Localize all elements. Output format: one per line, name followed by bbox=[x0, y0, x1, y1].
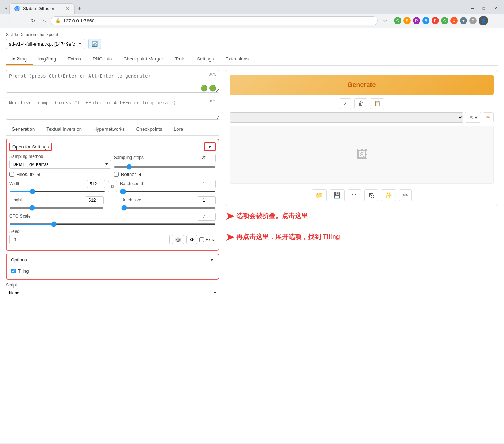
close-button[interactable]: ✕ bbox=[490, 4, 501, 12]
paste-button[interactable]: 📋 bbox=[370, 98, 384, 109]
new-tab-button[interactable]: + bbox=[75, 4, 84, 13]
tab-extensions[interactable]: Extensions bbox=[220, 53, 254, 65]
batch-size-slider[interactable] bbox=[121, 207, 216, 209]
checkpoint-refresh-button[interactable]: 🔄 bbox=[88, 39, 101, 49]
ext-icon-2[interactable]: S bbox=[403, 17, 411, 24]
sampling-row: Sampling method DPM++ 2M Karras Sampling… bbox=[9, 154, 216, 169]
tab-png-info[interactable]: PNG Info bbox=[87, 53, 118, 65]
extra-checkbox-label: Extra bbox=[199, 237, 216, 242]
height-group: Height bbox=[9, 196, 104, 210]
options-header[interactable]: Options ▼ bbox=[7, 254, 219, 265]
tiling-row: Tiling bbox=[11, 268, 214, 274]
batch-count-slider[interactable] bbox=[120, 191, 216, 192]
save-image-button[interactable]: 💾 bbox=[330, 189, 345, 201]
ext-icon-4[interactable]: B bbox=[422, 17, 429, 24]
ext-icon-1[interactable]: G bbox=[394, 17, 401, 24]
ext-icon-5[interactable]: R bbox=[432, 17, 439, 24]
hires-refiner-row: Hires. fix ◀ Refiner ◀ bbox=[9, 172, 216, 177]
prompt-gen-button[interactable]: 🟢 bbox=[209, 85, 216, 92]
refiner-checkbox[interactable] bbox=[114, 172, 119, 177]
hires-fix-expand-button[interactable]: ◀ bbox=[37, 172, 40, 176]
negative-prompt-textarea[interactable] bbox=[6, 97, 219, 120]
checkpoint-select[interactable]: sd-v1-4-full-ema.ckpt [14749efc0a] bbox=[6, 39, 85, 49]
style-x-button[interactable]: ✕ ▾ bbox=[465, 112, 481, 123]
extra-checkbox[interactable] bbox=[199, 237, 204, 242]
bookmark-button[interactable]: ☆ bbox=[381, 16, 390, 25]
cfg-scale-label: CFG Scale bbox=[9, 214, 31, 219]
home-button[interactable]: ⌂ bbox=[41, 16, 48, 25]
refiner-expand-button[interactable]: ◀ bbox=[138, 172, 141, 176]
swap-dimensions-button[interactable]: ⇅ bbox=[108, 181, 117, 192]
generate-button[interactable]: Generate bbox=[230, 75, 494, 95]
zip-button[interactable]: 🗃 bbox=[348, 189, 361, 201]
sampling-method-label: Sampling method bbox=[9, 154, 111, 159]
tab-extras[interactable]: Extras bbox=[62, 53, 87, 65]
tab-settings[interactable]: Settings bbox=[191, 53, 220, 65]
maximize-button[interactable]: □ bbox=[479, 4, 489, 12]
tab-img2img[interactable]: img2img bbox=[33, 53, 62, 65]
script-select[interactable]: None bbox=[6, 289, 219, 297]
gen-tab-textual-inversion[interactable]: Textual Inversion bbox=[41, 123, 88, 135]
minimize-button[interactable]: ─ bbox=[467, 4, 478, 12]
back-button[interactable]: ← bbox=[4, 16, 14, 25]
profile-icon[interactable]: 👤 bbox=[479, 16, 488, 25]
annotation-2-text: 再点击这里，展开选项，找到 Tiling bbox=[236, 233, 340, 241]
batch-size-input[interactable] bbox=[198, 196, 216, 204]
width-input[interactable] bbox=[87, 180, 105, 188]
more-options-button[interactable]: ⋮ bbox=[490, 16, 500, 25]
gen-tab-hypernetworks[interactable]: Hypernetworks bbox=[88, 123, 131, 135]
seed-recycle-button[interactable]: ♻ bbox=[186, 235, 197, 244]
style-select[interactable] bbox=[230, 112, 463, 123]
image-placeholder-icon: 🖼 bbox=[356, 148, 368, 162]
browser-tab[interactable]: 🌀 Stable Diffusion ✕ bbox=[9, 3, 75, 14]
prompt-icon-row: 🟢 🟢 bbox=[200, 85, 216, 92]
url-input[interactable] bbox=[63, 18, 373, 24]
seed-input[interactable] bbox=[9, 235, 170, 244]
sampling-steps-input[interactable] bbox=[198, 154, 216, 162]
ext-icon-7[interactable]: X bbox=[450, 17, 458, 24]
width-label: Width bbox=[9, 181, 21, 186]
forward-button[interactable]: → bbox=[17, 16, 26, 25]
height-input[interactable] bbox=[86, 196, 104, 204]
hires-fix-checkbox[interactable] bbox=[9, 172, 14, 177]
cfg-scale-input[interactable] bbox=[198, 213, 216, 221]
batch-count-input[interactable] bbox=[198, 180, 216, 188]
send-img2img-button[interactable]: 🖼 bbox=[364, 189, 378, 201]
tab-list-button[interactable]: ▾ bbox=[3, 4, 9, 12]
height-slider[interactable] bbox=[9, 207, 104, 209]
cfg-scale-slider[interactable] bbox=[9, 223, 216, 225]
extras-button[interactable]: ✨ bbox=[381, 189, 396, 201]
negative-prompt-count: 0/75 bbox=[209, 99, 216, 103]
seed-section: Seed 🎲 ♻ Extra bbox=[9, 229, 216, 244]
prompt-textarea[interactable] bbox=[6, 70, 219, 93]
script-section: Script None bbox=[6, 282, 219, 297]
folder-button[interactable]: 📁 bbox=[312, 189, 327, 201]
save-style-button[interactable]: ✓ bbox=[339, 98, 351, 109]
gen-tab-lora[interactable]: Lora bbox=[168, 123, 189, 135]
ext-icon-8[interactable]: ▼ bbox=[460, 17, 467, 24]
tab-close-button[interactable]: ✕ bbox=[65, 6, 70, 12]
checkpoint-row: sd-v1-4-full-ema.ckpt [14749efc0a] 🔄 bbox=[6, 39, 498, 49]
sampling-method-select[interactable]: DPM++ 2M Karras bbox=[9, 160, 111, 169]
tab-txt2img[interactable]: txt2img bbox=[6, 53, 33, 65]
tab-train[interactable]: Train bbox=[169, 53, 191, 65]
style-edit-button[interactable]: ✏ bbox=[483, 112, 494, 122]
inpaint-button[interactable]: ✏ bbox=[399, 189, 412, 201]
prompt-clip-button[interactable]: 🟢 bbox=[200, 85, 208, 92]
gen-tab-generation[interactable]: Generation bbox=[6, 123, 41, 135]
gen-tab-checkpoints[interactable]: Checkpoints bbox=[131, 123, 168, 135]
tiling-checkbox[interactable] bbox=[11, 269, 16, 273]
ext-icon-9[interactable]: E bbox=[469, 17, 477, 24]
reload-button[interactable]: ↻ bbox=[29, 16, 38, 25]
ext-icon-3[interactable]: P bbox=[413, 17, 420, 24]
sampling-steps-slider[interactable] bbox=[114, 166, 216, 168]
trash-button[interactable]: 🗑 bbox=[354, 98, 367, 109]
main-content: 0/75 🟢 🟢 0/75 Generation Textual Inversi… bbox=[6, 70, 498, 300]
generate-panel: Generate ✓ 🗑 📋 ✕ ▾ ✏ 🖼 bbox=[225, 70, 498, 206]
ext-icon-6[interactable]: G bbox=[441, 17, 448, 24]
width-slider[interactable] bbox=[9, 191, 105, 192]
tab-checkpoint-merger[interactable]: Checkpoint Merger bbox=[118, 53, 169, 65]
collapse-button[interactable]: ▼ bbox=[204, 142, 216, 151]
address-bar[interactable]: 🔒 bbox=[51, 16, 378, 25]
seed-dice-button[interactable]: 🎲 bbox=[172, 235, 184, 244]
